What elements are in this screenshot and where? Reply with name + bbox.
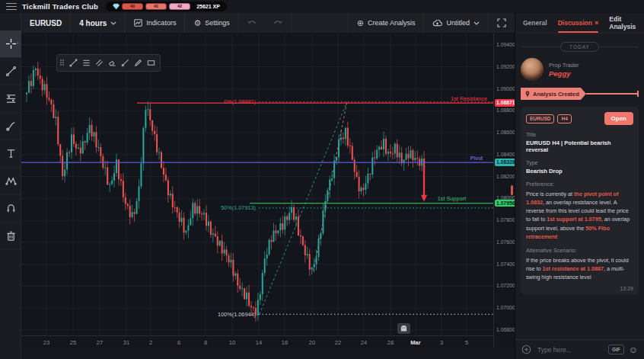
- timeframe-label: 4 hours: [79, 19, 107, 27]
- save-layout-dropdown[interactable]: Untitled: [423, 13, 488, 33]
- level-pill: 42: [169, 3, 190, 10]
- price-level-chip: 1.08328: [495, 159, 517, 165]
- price-axis[interactable]: 1.094001.092001.090001.088001.086001.084…: [493, 34, 515, 359]
- redo-icon: [273, 20, 282, 27]
- tool-trend-line[interactable]: [0, 58, 21, 85]
- draw-pencil[interactable]: [132, 57, 144, 69]
- time-tick: 6: [177, 339, 180, 346]
- time-tick: Mar: [410, 339, 420, 346]
- tab-edit-analysis[interactable]: Edit Analysis: [609, 13, 636, 33]
- fib-retracement-icon: [5, 93, 17, 104]
- message-timestamp: 13:29: [526, 286, 633, 291]
- tool-crosshair[interactable]: ›: [0, 30, 21, 58]
- brush-icon: [5, 120, 17, 132]
- time-tick: 24: [361, 339, 367, 346]
- tool-fib-retracement[interactable]: [0, 85, 21, 113]
- time-tick: 14: [256, 339, 262, 346]
- avatar[interactable]: [521, 58, 544, 81]
- time-axis[interactable]: 2325273126810141620222428Mar35: [21, 335, 493, 348]
- symbol-badge: EURUSD: [526, 114, 554, 123]
- price-tick: 1.07000: [496, 305, 515, 310]
- undo-button[interactable]: [239, 13, 265, 33]
- time-tick: 5: [465, 339, 468, 346]
- fullscreen-icon: [497, 18, 506, 27]
- tool-magnet[interactable]: [0, 195, 21, 223]
- text-tool-icon: [5, 148, 17, 159]
- ray-icon: [121, 59, 129, 67]
- price-tick: 1.07200: [496, 283, 515, 288]
- redo-button[interactable]: [265, 13, 292, 33]
- preference-label: Preference:: [526, 181, 633, 188]
- settings-button[interactable]: ⚙ Settings: [185, 13, 238, 33]
- analysis-title: EURUSD H4 | Potential bearish reversal: [526, 139, 633, 153]
- chart-footer-strip: [21, 348, 515, 359]
- undo-icon: [247, 20, 257, 27]
- timeframe-dropdown[interactable]: 4 hours: [71, 13, 126, 33]
- draw-rectangle[interactable]: [145, 57, 157, 69]
- magnet-icon: [5, 203, 17, 214]
- banner-label: Analysis Created: [533, 91, 579, 98]
- level-pill: 40: [122, 3, 143, 10]
- level-pill: 41: [145, 3, 167, 10]
- draw-eraser[interactable]: [107, 57, 118, 69]
- tab-discussion[interactable]: Discussion ×: [558, 13, 599, 33]
- symbol-button[interactable]: EURUSD: [21, 13, 71, 33]
- hidden-drawing-marker[interactable]: [397, 323, 410, 334]
- crosshair-icon: [5, 38, 17, 50]
- time-tick: 28: [387, 339, 394, 346]
- close-tab-icon[interactable]: ×: [595, 19, 598, 27]
- xabcd-pattern-icon: [5, 175, 17, 187]
- message-input[interactable]: [536, 345, 604, 354]
- analysis-type: Bearish Drop: [526, 168, 633, 175]
- panel-scrollbar-thumb[interactable]: [511, 185, 513, 195]
- price-tick: 1.08800: [496, 107, 515, 113]
- fullscreen-button[interactable]: [488, 13, 515, 33]
- time-tick: 23: [43, 339, 49, 346]
- date-divider-label: TODAY: [560, 42, 599, 52]
- pin-icon: [524, 91, 531, 98]
- trading-app: Tickmill Traders Club 40 41 42 25621 XP …: [0, 0, 644, 359]
- tool-brush[interactable]: [0, 113, 21, 140]
- draw-fib[interactable]: [81, 57, 92, 69]
- alt-scenario-label: Alternative Scenario:: [526, 247, 633, 254]
- svg-text:1st Resistance: 1st Resistance: [451, 95, 487, 102]
- time-tick: 20: [309, 339, 315, 346]
- price-tick: 1.08200: [496, 174, 515, 179]
- emoji-icon[interactable]: ☺: [629, 345, 638, 354]
- tool-delete[interactable]: [0, 223, 21, 250]
- draw-ray[interactable]: [120, 57, 131, 69]
- draw-trend-line[interactable]: [68, 57, 79, 69]
- author-name-link[interactable]: Peggy: [549, 69, 579, 78]
- svg-text:100%(1.06944): 100%(1.06944): [218, 311, 256, 318]
- gear-icon: ⚙: [193, 19, 201, 27]
- price-tick: 1.09400: [496, 42, 515, 47]
- svg-text:1st Support: 1st Support: [438, 195, 466, 202]
- floating-draw-toolbar: [56, 54, 161, 72]
- banner-cap: [637, 91, 639, 97]
- time-tick: 8: [204, 339, 207, 346]
- attach-icon[interactable]: [521, 345, 531, 354]
- indicators-label: Indicators: [146, 19, 176, 27]
- rectangle-icon: [147, 59, 155, 67]
- drag-handle-icon[interactable]: [60, 59, 65, 66]
- create-analysis-button[interactable]: ⊕ Create Analysis: [348, 13, 424, 33]
- chart-area[interactable]: 0%(1.08881)50%(1.07913)100%(1.06944)1st …: [21, 34, 515, 359]
- menu-icon[interactable]: [6, 3, 17, 11]
- tab-general[interactable]: General: [523, 13, 547, 33]
- time-tick: 10: [229, 339, 235, 346]
- channel-icon: [95, 59, 104, 67]
- drawing-sidebar: ›: [0, 13, 21, 359]
- candlestick-chart[interactable]: 0%(1.08881)50%(1.07913)100%(1.06944)1st …: [21, 34, 493, 335]
- settings-label: Settings: [205, 19, 230, 27]
- tool-text[interactable]: [0, 140, 21, 168]
- price-tick: 1.08600: [496, 130, 515, 135]
- gif-button[interactable]: GIF: [608, 345, 624, 354]
- open-analysis-button[interactable]: Open: [604, 112, 633, 125]
- gem-icon: [113, 3, 120, 10]
- draw-channel[interactable]: [94, 57, 105, 69]
- indicators-button[interactable]: Indicators: [126, 13, 185, 33]
- tool-pattern[interactable]: [0, 168, 21, 195]
- trend-line-icon: [5, 66, 17, 77]
- price-tick: 1.06800: [496, 327, 515, 332]
- date-divider: TODAY: [521, 38, 638, 55]
